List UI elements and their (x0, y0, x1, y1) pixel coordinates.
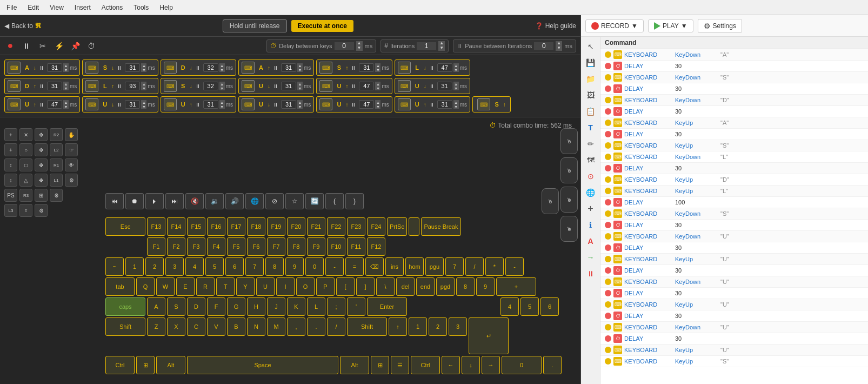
sidebar-font-icon[interactable]: A (583, 234, 598, 249)
vkb-lctrl[interactable]: Ctrl (105, 356, 135, 374)
vkb-f8[interactable]: F8 (287, 237, 305, 256)
vkb-pgup[interactable]: pgu (425, 257, 444, 276)
close-icon[interactable]: ✕ (19, 128, 32, 141)
key-delay-input[interactable] (203, 63, 218, 72)
delay-spinner[interactable]: ▲ ▼ (356, 41, 363, 51)
lightning-icon[interactable]: ⚡ (53, 40, 65, 52)
key-delay-input[interactable] (281, 63, 296, 72)
scissors-icon[interactable]: ✂ (37, 40, 49, 52)
vkb-g[interactable]: G (227, 297, 245, 316)
vkb-numdot[interactable]: . (543, 356, 562, 374)
key-spin[interactable]: ▲▼ (297, 63, 303, 72)
table-row[interactable]: ⌨ KEYBOARD KeyDown "S" (600, 208, 868, 220)
key-delay-input[interactable] (203, 100, 218, 109)
vkb-pause-break[interactable]: Pause Break (421, 217, 461, 236)
table-row[interactable]: ⏱ DELAY 30 (600, 288, 868, 299)
key-icon[interactable]: ⌨ (242, 98, 255, 110)
menu-help[interactable]: Help (157, 3, 175, 12)
key-delay-input[interactable] (359, 63, 374, 72)
vkb-num9[interactable]: 9 (476, 277, 495, 296)
menu-view[interactable]: View (48, 3, 66, 12)
key-icon[interactable]: ⌨ (85, 98, 98, 110)
vkb-ins[interactable]: ins (385, 257, 404, 276)
add-action3-icon[interactable]: ↕ (4, 158, 17, 171)
vkb-f17[interactable]: F17 (227, 217, 245, 236)
table-row[interactable]: ⌨ KEYBOARD KeyDown "U" (600, 322, 868, 333)
sidebar-info-icon[interactable]: ℹ (583, 217, 598, 233)
iter-spinner[interactable]: ▲ ▼ (438, 41, 445, 51)
r2-icon[interactable]: R2 (50, 128, 63, 141)
vkb-f21[interactable]: F21 (307, 217, 325, 236)
menu-insert[interactable]: Insert (72, 3, 93, 12)
vkb-numenter[interactable]: ↵ (469, 317, 509, 354)
key-delay-input[interactable] (437, 100, 452, 109)
key-spin[interactable]: ▲▼ (219, 63, 225, 72)
table-row[interactable]: ⏱ DELAY 30 (600, 220, 868, 231)
vkb-prev-icon[interactable]: ⏮ (105, 193, 124, 209)
vkb-rwin[interactable]: ⊞ (371, 356, 389, 374)
sidebar-stop-icon[interactable]: ⏸ (583, 266, 598, 281)
sidebar-save-icon[interactable]: 💾 (583, 55, 598, 70)
key-pause-icon[interactable]: ⏸ (271, 62, 280, 74)
vkb-lalt[interactable]: Alt (156, 356, 185, 374)
vkb-x[interactable]: X (167, 317, 185, 336)
vkb-0[interactable]: 0 (305, 257, 324, 276)
table-row[interactable]: ⏱ DELAY 30 (600, 61, 868, 72)
vkb-ralt[interactable]: Alt (340, 356, 369, 374)
key-delay-input[interactable] (47, 100, 62, 109)
move3-icon[interactable]: ✥ (35, 158, 48, 171)
back-button[interactable]: ◀ Back to 𝕽 (4, 21, 41, 30)
table-row[interactable]: ⌨ KEYBOARD KeyUp "S" (600, 140, 868, 151)
vkb-backslash[interactable]: \ (376, 277, 395, 296)
key-pause-icon[interactable]: ⏸ (193, 80, 202, 92)
vkb-5[interactable]: 5 (205, 257, 224, 276)
vkb-b[interactable]: B (227, 317, 245, 336)
pause-icon[interactable]: ⏸ (21, 40, 32, 52)
vkb-9[interactable]: 9 (285, 257, 304, 276)
vkb-space[interactable]: Space (187, 356, 338, 374)
vkb-pgdn[interactable]: pgd (436, 277, 455, 296)
vkb-s[interactable]: S (167, 297, 185, 316)
table-row[interactable]: ⌨ KEYBOARD KeyUp "U" (600, 345, 868, 356)
vkb-semicolon[interactable]: ; (327, 297, 345, 316)
table-row[interactable]: ⏱ DELAY 30 (600, 163, 868, 174)
key-delay-input[interactable] (359, 82, 374, 90)
vkb-q[interactable]: Q (136, 277, 155, 296)
key-delay-input[interactable] (281, 100, 296, 109)
vkb-home[interactable]: hom (405, 257, 424, 276)
key-spin[interactable]: ▲▼ (141, 82, 146, 90)
key-pause-icon[interactable]: ⏸ (428, 80, 436, 92)
vkb-3[interactable]: 3 (165, 257, 184, 276)
vkb-f13[interactable]: F13 (147, 217, 165, 236)
vkb-f24[interactable]: F24 (367, 217, 385, 236)
menu-file[interactable]: File (4, 3, 19, 12)
vkb-del[interactable]: del (396, 277, 415, 296)
vkb-r[interactable]: R (196, 277, 215, 296)
key-spin[interactable]: ▲▼ (375, 82, 380, 90)
eye-icon[interactable]: 👁 (65, 158, 78, 171)
table-row[interactable]: ⌨ KEYBOARD KeyDown "D" (600, 95, 868, 106)
table-row[interactable]: ⏱ DELAY 30 (600, 310, 868, 322)
key-icon[interactable]: ⌨ (8, 62, 21, 74)
vkb-2[interactable]: 2 (145, 257, 164, 276)
vkb-tab[interactable]: tab (105, 277, 135, 296)
vkb-h[interactable]: H (247, 297, 265, 316)
key-pause-icon[interactable]: ⏸ (115, 80, 124, 92)
menu-edit[interactable]: Edit (25, 3, 41, 12)
move2-icon[interactable]: ✥ (35, 143, 48, 156)
key-spin[interactable]: ▲▼ (375, 100, 380, 109)
table-row[interactable]: ⌨ KEYBOARD KeyUp "L" (600, 186, 868, 197)
table-row[interactable]: ⌨ KEYBOARD KeyDown "U" (600, 231, 868, 242)
sidebar-cursor-icon[interactable]: ↖ (583, 39, 598, 54)
vkb-f22[interactable]: F22 (327, 217, 345, 236)
key-icon[interactable]: ⌨ (398, 80, 411, 92)
add-action-icon[interactable]: + (4, 128, 17, 141)
sidebar-copy-icon[interactable]: 📋 (583, 104, 598, 119)
vkb-num3[interactable]: 3 (449, 317, 467, 336)
vkb-equals[interactable]: = (345, 257, 364, 276)
vkb-num5[interactable]: 5 (520, 297, 539, 316)
vkb-z[interactable]: Z (147, 317, 165, 336)
key-delay-input[interactable] (359, 100, 374, 109)
vkb-d[interactable]: D (187, 297, 205, 316)
key-icon[interactable]: ⌨ (242, 62, 255, 74)
